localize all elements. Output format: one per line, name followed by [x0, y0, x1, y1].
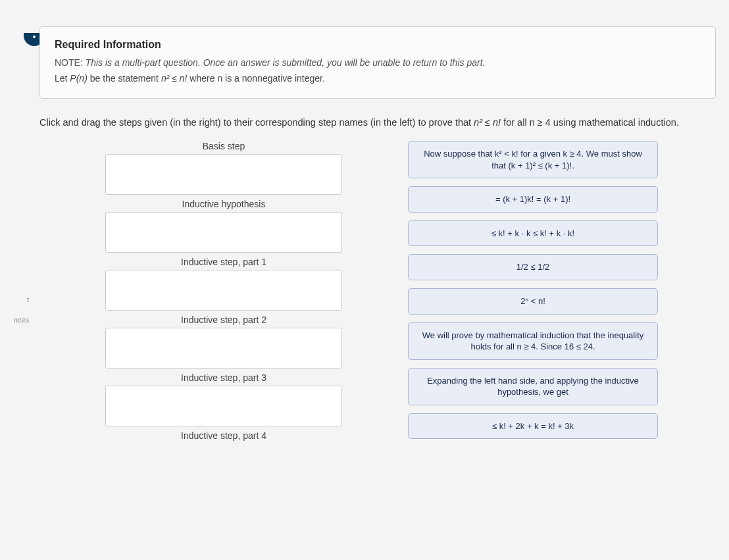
drag-item[interactable]: Now suppose that k² < k! for a given k ≥…: [408, 141, 658, 178]
step-group-part2: Inductive step, part 2: [105, 315, 342, 369]
step-label: Inductive step, part 4: [105, 430, 342, 441]
drag-item[interactable]: ≤ k! + k · k ≤ k! + k · k!: [408, 220, 658, 247]
step-label: Basis step: [105, 141, 342, 151]
question-instructions: Click and drag the steps given (in the r…: [39, 116, 711, 129]
drag-item[interactable]: We will prove by mathematical induction …: [408, 322, 658, 360]
drop-slot-hypothesis[interactable]: [105, 212, 342, 253]
drag-item[interactable]: 1/2 ≤ 1/2: [408, 254, 658, 280]
step-label: Inductive step, part 1: [105, 257, 342, 267]
step-label: Inductive step, part 3: [105, 372, 342, 383]
step-group-part3: Inductive step, part 3: [105, 372, 342, 426]
drop-slot-basis[interactable]: [105, 154, 342, 195]
step-group-part4: Inductive step, part 4: [105, 430, 342, 441]
required-information-box: Required Information NOTE: This is a mul…: [39, 26, 716, 99]
drag-drop-area: Basis step Inductive hypothesis Inductiv…: [39, 141, 716, 445]
drag-items-column: Now suppose that k² < k! for a given k ≥…: [408, 141, 658, 445]
drop-targets-column: Basis step Inductive hypothesis Inductiv…: [105, 141, 342, 445]
info-title: Required Information: [55, 39, 701, 51]
info-statement: Let P(n) be the statement n² ≤ n! where …: [55, 73, 701, 84]
step-group-basis: Basis step: [105, 141, 342, 195]
drag-item[interactable]: = (k + 1)k! = (k + 1)!: [408, 186, 658, 213]
step-group-hypothesis: Inductive hypothesis: [105, 199, 342, 253]
step-label: Inductive hypothesis: [105, 199, 342, 209]
drop-slot-part2[interactable]: [105, 328, 342, 369]
drag-item[interactable]: 2ⁿ < n!: [408, 288, 658, 315]
drag-item[interactable]: Expanding the left hand side, and applyi…: [408, 368, 658, 405]
note-body: This is a multi-part question. Once an a…: [86, 57, 486, 68]
note-prefix: NOTE:: [55, 57, 83, 68]
info-note: NOTE: This is a multi-part question. Onc…: [55, 57, 701, 68]
drop-slot-part1[interactable]: [105, 270, 342, 311]
step-group-part1: Inductive step, part 1: [105, 257, 342, 311]
step-label: Inductive step, part 2: [105, 315, 342, 325]
drag-item[interactable]: ≤ k! + 2k + k = k! + 3k: [408, 413, 658, 440]
drop-slot-part3[interactable]: [105, 386, 342, 426]
